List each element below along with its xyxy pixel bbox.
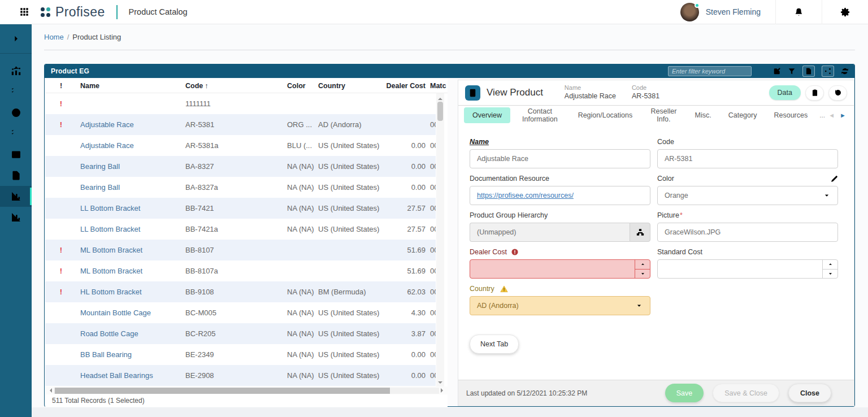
user-name[interactable]: Steven Fleming <box>706 7 761 16</box>
logo-dots-icon <box>41 7 50 17</box>
color-dropdown[interactable]: Orange <box>657 186 838 205</box>
scroll-right-icon[interactable] <box>441 388 445 393</box>
product-group-hierarchy-input[interactable]: (Unmapped) <box>470 223 630 242</box>
horizontal-scrollbar-track[interactable] <box>54 388 439 394</box>
country-dropdown[interactable]: AD (Andorra) <box>470 296 650 315</box>
cell-code: BA-8327 <box>184 162 286 171</box>
tab-overview[interactable]: Overview <box>464 107 510 123</box>
cell-match: 00 <box>430 329 436 338</box>
table-row[interactable]: ! Adjustable Race AR-5381 ORG ... AD (An… <box>45 114 436 135</box>
sidebar-item-checklist-icon[interactable] <box>0 123 32 144</box>
table-row[interactable]: Road Bottle Cage BC-R205 NA (NA) US (Uni… <box>45 323 436 344</box>
column-header-dealer-cost[interactable]: Dealer Cost <box>385 82 426 90</box>
cell-dealer-cost: 27.57 <box>385 204 426 212</box>
excel-icon[interactable] <box>802 66 815 77</box>
cell-name: Adjustable Race <box>77 120 184 129</box>
settings-gear-icon[interactable] <box>822 7 868 17</box>
column-header-name[interactable]: Name <box>77 82 184 90</box>
sidebar-item-document-icon[interactable] <box>0 165 32 186</box>
notifications-bell-icon[interactable] <box>776 7 822 17</box>
filter-keyword-input[interactable] <box>668 66 752 76</box>
edit-color-icon[interactable] <box>831 175 838 183</box>
picture-input[interactable] <box>657 223 838 242</box>
column-header-match[interactable]: Matc <box>430 82 453 90</box>
table-row[interactable]: Adjustable Race AR-5381a BLU (... US (Un… <box>45 135 436 156</box>
table-row[interactable]: ! 1111111 <box>45 93 436 114</box>
stepper-down-icon[interactable] <box>823 270 837 279</box>
column-header-country[interactable]: Country <box>317 82 385 90</box>
close-button[interactable]: Close <box>788 384 831 402</box>
cell-code: BB-7421 <box>184 204 286 212</box>
avatar[interactable] <box>680 3 699 21</box>
app-launcher-icon[interactable] <box>19 6 32 18</box>
hierarchy-picker-icon[interactable] <box>630 223 650 242</box>
sidebar-item-bar-chart-icon[interactable] <box>0 207 32 228</box>
save-and-close-button[interactable]: Save & Close <box>713 384 779 402</box>
sort-asc-icon: ↑ <box>205 82 208 90</box>
vertical-scrollbar-thumb[interactable] <box>437 102 443 121</box>
table-row[interactable]: Bearing Ball BA-8327 NA (NA) US (United … <box>45 156 436 177</box>
name-input[interactable] <box>470 149 650 168</box>
share-icon[interactable] <box>822 66 834 77</box>
code-label: Code <box>657 138 674 146</box>
stepper-up-icon[interactable] <box>823 260 837 270</box>
tab-resources[interactable]: Resources <box>765 107 816 123</box>
table-row[interactable]: BB Ball Bearing BE-2349 NA (NA) US (Unit… <box>45 344 436 365</box>
funnel-icon[interactable] <box>788 67 796 75</box>
tab-scroll-left-icon[interactable]: ◄ <box>828 112 835 119</box>
scroll-left-icon[interactable] <box>47 388 52 393</box>
tabs-overflow[interactable]: ... <box>816 111 828 119</box>
sidebar-expand-button[interactable] <box>0 24 32 54</box>
next-tab-button[interactable]: Next Tab <box>470 335 519 354</box>
data-button[interactable]: Data <box>769 85 801 100</box>
tab-category[interactable]: Category <box>720 107 766 123</box>
column-header-code[interactable]: Code↑ <box>184 82 286 90</box>
sidebar-item-gauge-icon[interactable] <box>0 102 32 123</box>
field-color: Color Orange <box>657 174 838 205</box>
cell-color: NA (NA) <box>286 288 317 296</box>
tab-region-locations[interactable]: Region/Locations <box>570 107 641 123</box>
plus-icon[interactable] <box>758 67 766 75</box>
history-icon[interactable] <box>828 85 847 101</box>
table-row[interactable]: LL Bottom Bracket BB-7421a NA (NA) US (U… <box>45 219 436 240</box>
clipboard-check-icon[interactable] <box>805 85 824 101</box>
table-row[interactable]: Mountain Bottle Cage BC-M005 NA (NA) US … <box>45 302 436 323</box>
scroll-up-icon[interactable] <box>438 95 442 100</box>
code-input[interactable] <box>657 149 838 168</box>
table-row[interactable]: ! ML Bottom Bracket BB-8107 51.69 00 <box>45 240 436 260</box>
cell-dealer-cost: 51.69 <box>385 267 426 275</box>
table-row[interactable]: LL Bottom Bracket BB-7421 NA (NA) US (Un… <box>45 198 436 219</box>
sidebar-item-columns-icon[interactable] <box>0 144 32 165</box>
sidebar-item-bar-chart-icon[interactable] <box>0 186 32 207</box>
table-row[interactable]: Bearing Ball BA-8327a NA (NA) US (United… <box>45 177 436 198</box>
save-button[interactable]: Save <box>665 384 704 402</box>
tab-scroll-right-icon[interactable]: ► <box>840 112 846 119</box>
add-color-icon[interactable] <box>817 175 824 183</box>
cell-code: BB-8107 <box>184 246 286 254</box>
vertical-scrollbar[interactable] <box>436 93 444 386</box>
dealer-cost-stepper <box>635 260 650 278</box>
edit-icon[interactable] <box>773 67 781 75</box>
column-header-color[interactable]: Color <box>286 82 317 90</box>
documentation-resource-input[interactable]: https://profisee.com/resources/ <box>470 186 650 205</box>
stepper-down-icon[interactable] <box>635 270 650 279</box>
stepper-up-icon[interactable] <box>635 260 650 270</box>
horizontal-scrollbar-thumb[interactable] <box>55 388 390 394</box>
tab-misc[interactable]: Misc. <box>687 107 720 123</box>
documentation-resource-link[interactable]: https://profisee.com/resources/ <box>477 192 574 199</box>
sidebar-item-combo-chart-icon[interactable] <box>0 60 32 81</box>
standard-cost-input[interactable] <box>657 259 838 279</box>
column-header-error[interactable]: ! <box>45 82 77 90</box>
sidebar-item-checklist-icon[interactable] <box>0 81 32 102</box>
breadcrumb-home-link[interactable]: Home <box>44 33 64 41</box>
refresh-icon[interactable] <box>841 67 849 75</box>
dealer-cost-input[interactable] <box>470 259 650 279</box>
table-row[interactable]: ! ML Bottom Bracket BB-8107a 51.69 00 <box>45 260 436 281</box>
table-row[interactable]: ! HL Bottom Bracket BB-9108 NA (NA) BM (… <box>45 281 436 302</box>
cell-error-flag: ! <box>45 246 77 254</box>
horizontal-scrollbar[interactable] <box>45 386 448 394</box>
tab-reseller-info[interactable]: Reseller Info. <box>641 103 686 127</box>
scroll-down-icon[interactable] <box>438 381 442 386</box>
table-row[interactable]: Headset Ball Bearings BE-2908 NA (NA) US… <box>45 365 436 386</box>
tab-contact-information[interactable]: Contact Information <box>510 103 570 127</box>
